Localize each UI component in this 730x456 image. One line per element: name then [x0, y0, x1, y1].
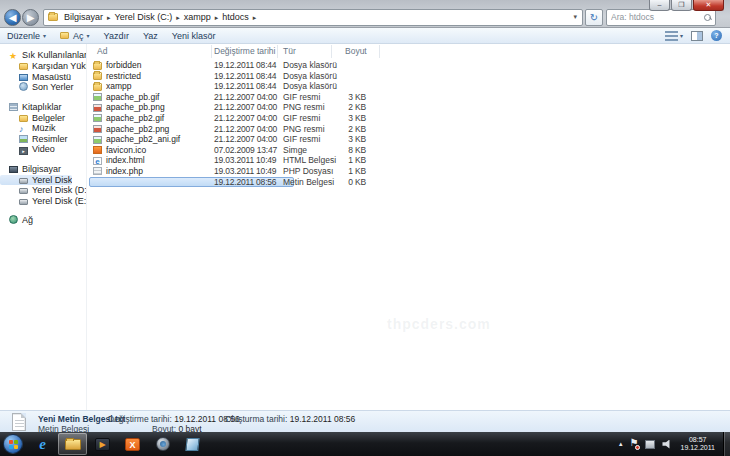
- close-button[interactable]: ✕: [693, 0, 724, 11]
- open-button[interactable]: Aç: [53, 28, 97, 43]
- sidebar-item[interactable]: Belgeler: [0, 113, 86, 124]
- sidebar-group-text: Bilgisayar: [22, 164, 61, 174]
- sidebar-item[interactable]: Müzik: [0, 123, 86, 134]
- breadcrumb: BilgisayarYerel Disk (C:)xampphtdocs: [62, 12, 258, 22]
- file-row[interactable]: index.php19.03.2011 10:49PHP Dosyası1 KB: [87, 166, 730, 177]
- file-row[interactable]: index.html19.03.2011 10:49HTML Belgesi1 …: [87, 155, 730, 166]
- search-box[interactable]: Ara: htdocs: [606, 9, 716, 26]
- file-row[interactable]: x.php19.12.2011 08:56Metin Belgesi0 KB: [87, 177, 730, 188]
- xampp-icon: [125, 438, 140, 451]
- new-folder-button[interactable]: Yeni klasör: [165, 28, 223, 43]
- internet-explorer-icon: [39, 437, 46, 452]
- file-size: 8 KB: [317, 145, 366, 156]
- preview-pane-icon[interactable]: [691, 31, 703, 41]
- sidebar-group: Ağ: [0, 215, 86, 226]
- gif-icon: [93, 93, 102, 101]
- libraries-icon: [9, 103, 18, 111]
- sidebar-group-label[interactable]: Sık Kullanılanlar: [0, 50, 86, 61]
- taskbar-clock[interactable]: 08:57 19.12.2011: [680, 436, 715, 452]
- sidebar-item[interactable]: Son Yerler: [0, 82, 86, 93]
- column-separator[interactable]: [379, 45, 380, 58]
- notepad-taskbar-button[interactable]: [178, 433, 207, 455]
- xampp-taskbar-button[interactable]: [118, 433, 147, 455]
- sidebar-group-text: Kitaplıklar: [22, 102, 62, 112]
- sidebar-item-label: Yerel Disk (D:): [32, 185, 86, 195]
- network-status-icon[interactable]: [645, 440, 655, 449]
- start-button[interactable]: [3, 434, 23, 454]
- sidebar-item[interactable]: Yerel Disk (D:): [0, 185, 86, 196]
- file-row[interactable]: apache_pb2.png21.12.2007 04:00PNG resmi2…: [87, 124, 730, 135]
- sidebar-item-label: Yerel Disk (E:): [32, 196, 86, 206]
- show-desktop-button[interactable]: [723, 432, 730, 456]
- breadcrumb-segment[interactable]: Yerel Disk (C:): [113, 12, 175, 22]
- minimize-button[interactable]: –: [649, 0, 670, 11]
- ico-icon: [93, 146, 102, 154]
- change-view-icon[interactable]: [665, 31, 678, 41]
- network-icon: [9, 215, 18, 224]
- chevron-down-icon[interactable]: [680, 32, 683, 39]
- breadcrumb-segment[interactable]: htdocs: [220, 12, 251, 22]
- sidebar-item[interactable]: Video: [0, 144, 86, 155]
- column-separator[interactable]: [331, 45, 332, 58]
- file-modified: 19.12.2011 08:44: [214, 81, 280, 92]
- address-bar[interactable]: BilgisayarYerel Disk (C:)xampphtdocs: [43, 9, 583, 26]
- file-name: apache_pb.png: [106, 102, 165, 112]
- file-modified: 19.12.2011 08:44: [214, 60, 280, 71]
- column-header[interactable]: Boyut: [345, 46, 367, 56]
- sidebar-group: KitaplıklarBelgelerMüzikResimlerVideo: [0, 102, 86, 155]
- created-field: Oluşturma tarihi: 19.12.2011 08:56: [225, 414, 355, 424]
- folder-icon2: [93, 72, 102, 80]
- refresh-button[interactable]: [585, 9, 603, 26]
- file-row[interactable]: apache_pb.png21.12.2007 04:00PNG resmi2 …: [87, 102, 730, 113]
- sidebar-group-label[interactable]: Ağ: [0, 215, 86, 226]
- sidebar-group-label[interactable]: Kitaplıklar: [0, 102, 86, 113]
- breadcrumb-segment[interactable]: Bilgisayar: [62, 12, 105, 22]
- file-size: 3 KB: [317, 134, 366, 145]
- details-pane: Yeni Metin Belgesi.txt Metin Belgesi Değ…: [0, 410, 730, 432]
- forward-button[interactable]: ▶: [22, 9, 39, 26]
- file-row[interactable]: apache_pb2.gif21.12.2007 04:00GIF resmi3…: [87, 113, 730, 124]
- folder-icon2: [93, 83, 102, 91]
- file-row[interactable]: forbidden19.12.2011 08:44Dosya klasörü: [87, 60, 730, 71]
- column-separator[interactable]: [277, 45, 278, 58]
- sidebar-item[interactable]: Yerel Disk (C:): [0, 175, 72, 186]
- print-button[interactable]: Yazdır: [97, 28, 136, 43]
- burn-button[interactable]: Yaz: [136, 28, 165, 43]
- file-modified: 21.12.2007 04:00: [214, 124, 280, 135]
- internet-explorer-taskbar-button[interactable]: [28, 433, 57, 455]
- volume-icon[interactable]: [662, 440, 672, 449]
- column-header[interactable]: Değiştirme tarihi: [214, 46, 275, 56]
- sidebar-item[interactable]: Resimler: [0, 134, 86, 145]
- help-icon[interactable]: [711, 30, 722, 41]
- column-separator[interactable]: [211, 45, 212, 58]
- column-header[interactable]: Ad: [97, 46, 107, 56]
- png-icon: [93, 125, 102, 133]
- file-type: Dosya klasörü: [283, 71, 341, 82]
- file-row[interactable]: apache_pb2_ani.gif21.12.2007 04:00GIF re…: [87, 134, 730, 145]
- file-name-cell: xampp: [93, 81, 211, 92]
- restore-button[interactable]: ❐: [671, 0, 692, 11]
- column-header[interactable]: Tür: [283, 46, 296, 56]
- star-icon: [9, 52, 18, 61]
- file-row[interactable]: restricted19.12.2011 08:44Dosya klasörü: [87, 71, 730, 82]
- windows-explorer-taskbar-button[interactable]: [58, 433, 87, 455]
- sidebar-item[interactable]: Karşıdan Yüklemeler: [0, 61, 86, 72]
- sidebar-item[interactable]: Yerel Disk (E:): [0, 196, 86, 207]
- php-icon: [93, 167, 102, 175]
- sidebar-item[interactable]: Masaüstü: [0, 72, 86, 83]
- file-row[interactable]: xampp19.12.2011 08:44Dosya klasörü: [87, 81, 730, 92]
- modified-field: Değiştirme tarihi: 19.12.2011 08:56: [108, 414, 240, 424]
- address-dropdown-icon[interactable]: [570, 13, 580, 21]
- media-center-taskbar-button[interactable]: [148, 433, 177, 455]
- tray-expand-icon[interactable]: [619, 440, 623, 448]
- breadcrumb-segment[interactable]: xampp: [182, 12, 213, 22]
- back-button[interactable]: ◀: [4, 9, 21, 26]
- organize-menu[interactable]: Düzenle: [0, 28, 53, 43]
- file-list-pane[interactable]: AdDeğiştirme tarihiTürBoyut forbidden19.…: [87, 44, 730, 410]
- file-modified: 21.12.2007 04:00: [214, 134, 280, 145]
- media-player-taskbar-button[interactable]: [88, 433, 117, 455]
- file-row[interactable]: favicon.ico07.02.2009 13:47Simge8 KB: [87, 145, 730, 156]
- action-center-icon[interactable]: [629, 439, 638, 450]
- sidebar-group-label[interactable]: Bilgisayar: [0, 164, 86, 175]
- file-row[interactable]: apache_pb.gif21.12.2007 04:00GIF resmi3 …: [87, 92, 730, 103]
